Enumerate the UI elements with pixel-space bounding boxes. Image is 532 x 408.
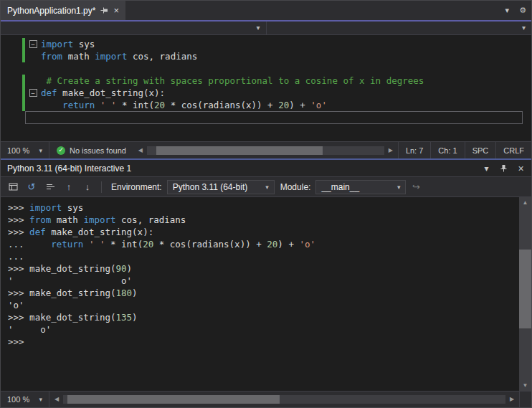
code-text: ... return ' ' * int(20 * cos(radians(x)… <box>8 239 315 250</box>
editor-line[interactable]: # Create a string with spaces proportion… <box>1 75 531 87</box>
code-text: >>> def make_dot_string(x): <box>8 227 153 237</box>
repl-line[interactable]: ... return ' ' * int(20 * cos(radians(x)… <box>8 238 519 250</box>
code-text: from math import cos, radians <box>41 50 197 62</box>
repl-code: >>> import sys>>> from math import cos, … <box>8 201 519 348</box>
outlining-margin <box>25 75 41 87</box>
outlining-margin <box>25 111 41 123</box>
clear-screen-icon[interactable] <box>42 179 59 195</box>
module-dropdown[interactable]: __main__ ▾ <box>315 180 406 194</box>
outlining-margin <box>25 99 41 111</box>
zoom-control[interactable]: 100 % ▾ <box>1 392 49 407</box>
collapse-toggle-icon[interactable]: − <box>29 89 37 97</box>
chevron-down-icon: ▾ <box>397 184 401 191</box>
zoom-control[interactable]: 100 % ▾ <box>1 142 49 158</box>
editor-line[interactable] <box>1 111 531 123</box>
breakpoint-margin[interactable] <box>1 99 22 111</box>
code-text: # Create a string with spaces proportion… <box>41 75 424 87</box>
editor-line[interactable]: return ' ' * int(20 * cos(radians(x)) + … <box>1 99 531 111</box>
editor-line[interactable]: −import sys <box>1 38 531 50</box>
environment-window-icon[interactable] <box>4 179 22 195</box>
repl-line[interactable]: ' o' <box>8 323 519 336</box>
close-icon[interactable]: × <box>514 162 528 175</box>
breakpoint-margin[interactable] <box>1 50 22 62</box>
navigation-bar: ▾ ▾ <box>1 22 531 35</box>
code-text: >>> make_dot_string(90) <box>8 263 132 274</box>
editor-line[interactable]: −def make_dot_string(x): <box>1 87 531 99</box>
reset-repl-icon[interactable]: ↺ <box>23 179 40 195</box>
close-tab-icon[interactable]: × <box>113 5 119 16</box>
code-text: >>> <box>8 336 24 347</box>
breakpoint-margin[interactable] <box>1 75 22 87</box>
scroll-right-icon[interactable]: ▶ <box>507 397 517 402</box>
module-label: Module: <box>280 182 311 192</box>
project-scope-dropdown[interactable]: ▾ <box>1 22 267 34</box>
editor-line[interactable]: from math import cos, radians <box>1 50 531 62</box>
scrollbar-thumb[interactable] <box>67 395 280 404</box>
repl-line[interactable]: ... <box>8 250 519 262</box>
toolbar-separator <box>101 181 102 193</box>
code-text: return ' ' * int(20 * cos(radians(x)) + … <box>41 99 327 111</box>
scroll-left-icon[interactable]: ◀ <box>52 397 62 402</box>
scroll-left-icon[interactable]: ◀ <box>136 148 146 153</box>
repl-line[interactable]: >>> def make_dot_string(x): <box>8 226 519 238</box>
scrollbar-thumb[interactable] <box>519 250 531 328</box>
column-indicator: Ch: 1 <box>430 142 464 158</box>
code-editor[interactable]: −import sysfrom math import cos, radians… <box>1 35 531 141</box>
repl-line[interactable]: ' o' <box>8 275 519 287</box>
member-scope-dropdown[interactable]: ▾ <box>267 22 532 34</box>
editor-horizontal-scrollbar[interactable]: ◀ ▶ <box>133 142 398 158</box>
chevron-down-icon: ▾ <box>39 396 42 403</box>
window-position-icon[interactable]: ▾ <box>480 162 493 175</box>
scroll-right-icon[interactable]: ▶ <box>386 148 396 153</box>
breakpoint-margin[interactable] <box>1 87 22 99</box>
document-tab[interactable]: PythonApplication1.py* × <box>1 1 125 20</box>
code-text: >>> import sys <box>8 202 83 213</box>
repl-line[interactable]: >>> import sys <box>8 201 519 214</box>
chevron-down-icon: ▾ <box>265 184 269 191</box>
gear-icon[interactable]: ⚙ <box>514 1 531 20</box>
scroll-up-icon[interactable]: ▲ <box>519 197 531 208</box>
scrollbar-track[interactable] <box>63 395 505 404</box>
send-to-repl-icon[interactable]: ↪ <box>407 179 424 195</box>
interactive-toolbar: ↺ ↑ ↓ Environment: Python 3.11 (64-bit) … <box>1 177 531 197</box>
environment-label: Environment: <box>111 182 162 192</box>
repl-line[interactable]: >>> make_dot_string(180) <box>8 287 519 299</box>
chevron-down-icon: ▾ <box>522 24 526 32</box>
code-text: >>> from math import cos, radians <box>8 214 186 225</box>
breakpoint-margin[interactable] <box>1 38 22 50</box>
breakpoint-margin[interactable] <box>1 62 22 75</box>
history-previous-icon[interactable]: ↑ <box>60 179 77 195</box>
collapse-toggle-icon[interactable]: − <box>29 40 37 48</box>
pin-icon[interactable] <box>497 162 510 175</box>
line-indicator: Ln: 7 <box>398 142 430 158</box>
pin-icon[interactable] <box>100 6 108 14</box>
outlining-margin <box>25 62 41 75</box>
scroll-down-icon[interactable]: ▼ <box>519 380 531 391</box>
environment-dropdown[interactable]: Python 3.11 (64-bit) ▾ <box>167 180 275 194</box>
scrollbar-track[interactable] <box>519 208 531 380</box>
code-text: ' o' <box>8 324 51 335</box>
breakpoint-margin[interactable] <box>1 111 22 123</box>
history-next-icon[interactable]: ↓ <box>79 179 96 195</box>
issues-indicator[interactable]: ✓ No issues found <box>49 142 133 158</box>
repl-line[interactable]: >>> make_dot_string(90) <box>8 262 519 275</box>
document-tab-strip: PythonApplication1.py* × ▾ ⚙ <box>1 1 531 20</box>
document-list-chevron-icon[interactable]: ▾ <box>500 1 515 20</box>
tab-title: PythonApplication1.py* <box>7 6 95 16</box>
editor-line[interactable] <box>1 62 531 75</box>
repl-vertical-scrollbar[interactable]: ▲ ▼ <box>519 197 531 391</box>
interactive-repl[interactable]: >>> import sys>>> from math import cos, … <box>1 197 519 391</box>
repl-line[interactable]: >>> make_dot_string(135) <box>8 311 519 323</box>
code-text: >>> make_dot_string(135) <box>8 312 138 323</box>
repl-line[interactable]: >>> <box>8 336 519 348</box>
editor-status-bar: 100 % ▾ ✓ No issues found ◀ ▶ Ln: 7 Ch: … <box>1 141 531 158</box>
repl-line[interactable]: >>> from math import cos, radians <box>8 214 519 226</box>
interactive-window-title-bar[interactable]: Python 3.11 (64-bit) Interactive 1 ▾ × <box>1 160 531 177</box>
scrollbar-thumb[interactable] <box>156 146 323 155</box>
scrollbar-track[interactable] <box>147 146 384 155</box>
interactive-repl-area: >>> import sys>>> from math import cos, … <box>1 197 531 391</box>
repl-horizontal-scrollbar[interactable]: ◀ ▶ <box>49 392 519 407</box>
repl-line[interactable]: 'o' <box>8 299 519 311</box>
line-ending-indicator[interactable]: CRLF <box>495 142 531 158</box>
space-mode-indicator[interactable]: SPC <box>465 142 496 158</box>
